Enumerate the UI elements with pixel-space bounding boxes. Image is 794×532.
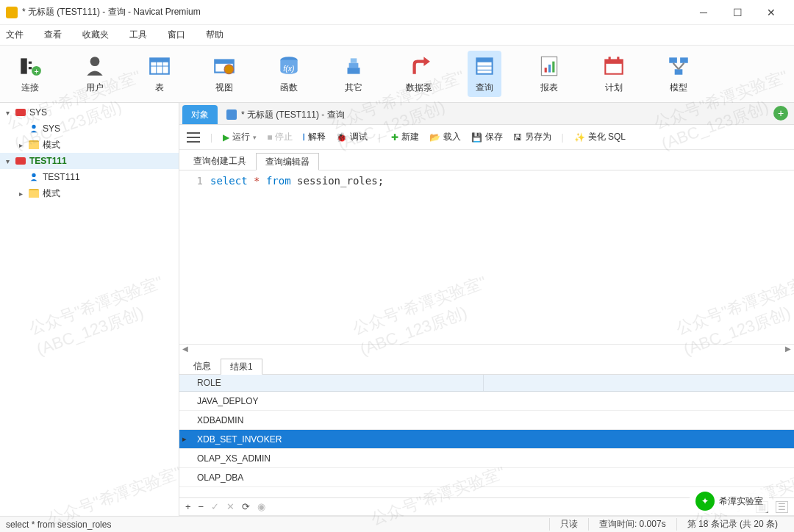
status-records: 第 18 条记录 (共 20 条) [676,518,788,531]
tool-user-label: 用户 [86,82,104,94]
tool-report[interactable]: 报表 [532,51,566,97]
cell-role: OLAP_XS_ADMIN [190,453,484,464]
tool-other-icon [341,54,366,79]
tool-other[interactable]: 其它 [337,51,371,97]
saveas-button[interactable]: 🖫 另存为 [513,131,551,143]
tool-datapump-icon [407,54,432,79]
svg-point-36 [32,125,35,129]
tool-datapump[interactable]: 数据泵 [401,51,437,97]
toolbar: +连接用户表视图f(x)函数其它数据泵查询报表计划模型 [0,46,794,103]
beautify-button[interactable]: ✨ 美化 SQL [574,131,626,143]
tool-report-icon [537,54,562,79]
run-button[interactable]: ▶ 运行 ▾ [223,131,257,143]
svg-rect-2 [29,67,32,69]
load-button[interactable]: 📂 载入 [429,131,461,143]
cell-role: OLAP_DBA [190,472,484,483]
tool-table[interactable]: 表 [143,51,176,97]
menu-tools[interactable]: 工具 [129,29,147,41]
editor-subtabs: 查询创建工具 查询编辑器 [179,150,794,170]
tool-datapump-label: 数据泵 [406,82,432,94]
grid-row[interactable]: XDBADMIN [179,411,794,430]
result-tab-info[interactable]: 信息 [184,358,221,374]
tool-function[interactable]: f(x)函数 [272,51,306,97]
menu-window[interactable]: 窗口 [168,29,185,41]
tree-node-3[interactable]: ▾TEST111 [0,153,179,169]
close-button[interactable]: ✕ [754,1,788,24]
new-tab-button[interactable]: + [773,106,788,121]
editor-h-scrollbar[interactable]: ◀▶ [179,344,794,356]
tool-connection[interactable]: +连接 [13,51,47,97]
tool-view[interactable]: 视图 [207,51,241,97]
tree-label: TEST111 [43,172,80,182]
tree-arrow[interactable]: ▾ [3,157,12,165]
explain-button[interactable]: 𝄃 解释 [303,131,326,143]
nav-record-icon[interactable]: ◉ [257,501,265,512]
svg-line-35 [679,63,684,70]
grid-row[interactable]: JAVA_DEPLOY [179,392,794,411]
new-button[interactable]: ✚ 新建 [391,131,419,143]
tool-user-icon [82,54,107,79]
result-tabs: 信息 结果1 [179,356,794,375]
svg-rect-20 [476,58,492,62]
tool-user[interactable]: 用户 [78,51,112,97]
tool-function-icon: f(x) [276,54,301,79]
maximize-button[interactable]: ☐ [720,1,754,24]
svg-rect-24 [545,68,547,72]
tree-node-5[interactable]: ▸模式 [0,185,179,201]
debug-button[interactable]: 🐞 调试 [336,131,368,143]
tree-arrow[interactable]: ▾ [3,109,12,117]
tree-node-1[interactable]: SYS [0,121,179,137]
menu-toggle-icon[interactable] [187,132,200,143]
sql-editor[interactable]: 1 select * from session_roles; [179,170,794,344]
tool-view-label: 视图 [215,82,233,94]
menu-help[interactable]: 帮助 [206,29,223,41]
menu-view[interactable]: 查看 [44,29,62,41]
status-readonly: 只读 [549,518,588,531]
tree-node-4[interactable]: TEST111 [0,169,179,185]
tree-node-0[interactable]: ▾SYS [0,104,179,121]
svg-rect-33 [675,69,683,74]
nav-remove-icon[interactable]: − [198,501,204,512]
tree-node-2[interactable]: ▸模式 [0,137,179,153]
document-tabs: 对象 * 无标题 (TEST111) - 查询 + [179,103,794,125]
tool-view-icon [212,54,237,79]
grid-row[interactable]: OLAP_DBA [179,468,794,487]
menu-favorites[interactable]: 收藏夹 [82,29,109,41]
tool-model[interactable]: 模型 [662,51,695,97]
doctab-query[interactable]: * 无标题 (TEST111) - 查询 [218,105,354,124]
tool-query[interactable]: 查询 [468,51,501,97]
grid-row[interactable]: OLAP_XS_ADMIN [179,449,794,468]
col-role[interactable]: ROLE [190,375,484,391]
tree-label: TEST111 [29,156,67,166]
wechat-badge: ✦ 希潭实验室 [690,489,769,513]
menu-file[interactable]: 文件 [6,29,24,41]
nav-refresh-icon[interactable]: ⟳ [242,501,250,512]
form-view-icon[interactable]: ☰ [776,501,788,513]
tool-connection-icon: + [18,54,43,79]
tool-model-icon [666,54,691,79]
subtab-builder[interactable]: 查询创建工具 [184,152,256,170]
svg-point-5 [90,57,100,66]
wechat-label: 希潭实验室 [719,495,763,508]
sidebar-tree[interactable]: ▾SYSSYS▸模式▾TEST111TEST111▸模式 [0,103,179,516]
tree-arrow[interactable]: ▸ [16,190,25,198]
nav-commit-icon[interactable]: ✓ [211,501,219,512]
tree-arrow[interactable]: ▸ [16,141,25,149]
grid-row[interactable]: ▸XDB_SET_INVOKER [179,430,794,449]
tree-label: SYS [43,123,60,134]
stop-button[interactable]: ■ 停止 [267,131,293,143]
doctab-objects[interactable]: 对象 [182,105,218,124]
window-title: * 无标题 (TEST111) - 查询 - Navicat Premium [22,6,687,18]
tool-schedule[interactable]: 计划 [597,51,631,97]
nav-cancel-icon[interactable]: ✕ [226,501,235,512]
menubar: 文件 查看 收藏夹 工具 窗口 帮助 [0,25,794,46]
tool-report-label: 报表 [540,82,558,94]
save-button[interactable]: 💾 保存 [471,131,503,143]
result-grid[interactable]: ROLE JAVA_DEPLOYXDBADMIN▸XDB_SET_INVOKER… [179,375,794,498]
svg-point-37 [32,173,35,177]
minimize-button[interactable]: ─ [687,1,720,24]
result-tab-1[interactable]: 结果1 [221,359,262,375]
nav-add-icon[interactable]: + [185,501,191,512]
subtab-editor[interactable]: 查询编辑器 [256,153,319,170]
tool-connection-label: 连接 [21,82,39,94]
